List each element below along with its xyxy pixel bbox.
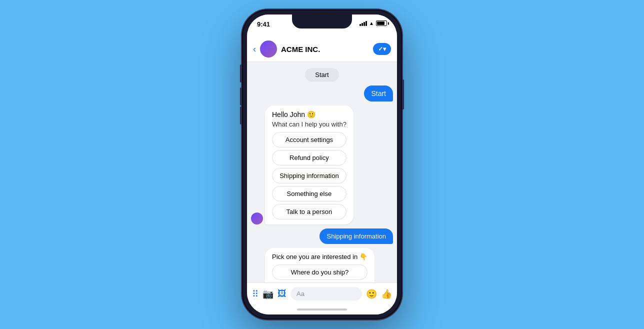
input-placeholder: Aa [296,290,304,298]
home-bar [297,308,347,310]
bot-message-wrap-2: Pick one you are interested in 👇 Where d… [251,248,393,282]
image-icon[interactable]: 🖼 [278,288,286,299]
option-something-else[interactable]: Something else [272,186,346,202]
bot-message-wrap-1: Hello John 🙂 What can I help you with? A… [251,106,393,224]
avatar [260,40,277,58]
option-talk-to-person[interactable]: Talk to a person [272,204,346,220]
bot-message-1: Hello John 🙂 What can I help you with? A… [265,106,354,224]
bot-avatar [251,212,263,224]
apps-icon[interactable]: ⠿ [252,288,258,300]
chat-body: Start Start Hello John 🙂 What can I help… [247,62,397,282]
message-input[interactable]: Aa [290,287,362,300]
home-indicator [247,304,397,314]
camera-icon[interactable]: 📷 [262,288,274,300]
option-shipping-information[interactable]: Shipping information [272,168,346,184]
status-icons: ▲ [360,20,387,26]
chat-header: ‹ ACME INC. ✓▾ [247,36,397,62]
battery-icon [376,20,387,26]
signal-icon [360,21,367,26]
back-button[interactable]: ‹ [253,44,256,54]
user-message-start: Start [364,86,393,102]
like-icon[interactable]: 👍 [381,288,392,300]
subscribe-button[interactable]: ✓▾ [373,43,391,55]
option-account-settings[interactable]: Account settings [272,132,346,148]
user-message-shipping: Shipping information [320,228,393,244]
bot-message-2: Pick one you are interested in 👇 Where d… [265,248,374,282]
phone-device: 9:41 ▲ ‹ ACME INC. ✓▾ [242,10,402,320]
phone-screen: 9:41 ▲ ‹ ACME INC. ✓▾ [247,14,397,314]
chat-toolbar: ⠿ 📷 🖼 Aa 🙂 👍 [247,282,397,304]
bot-question: What can I help you with? [272,120,346,128]
option-where-ship[interactable]: Where do you ship? [272,264,368,280]
chat-title: ACME INC. [281,45,369,54]
phone-notch [292,14,352,28]
bot-greeting: Hello John 🙂 [272,110,346,118]
start-pill-button[interactable]: Start [305,68,338,82]
bot-pick-text: Pick one you are interested in 👇 [272,253,368,260]
status-time: 9:41 [257,20,270,28]
wifi-icon: ▲ [369,20,374,26]
emoji-icon[interactable]: 🙂 [366,288,377,300]
option-refund-policy[interactable]: Refund policy [272,150,346,166]
